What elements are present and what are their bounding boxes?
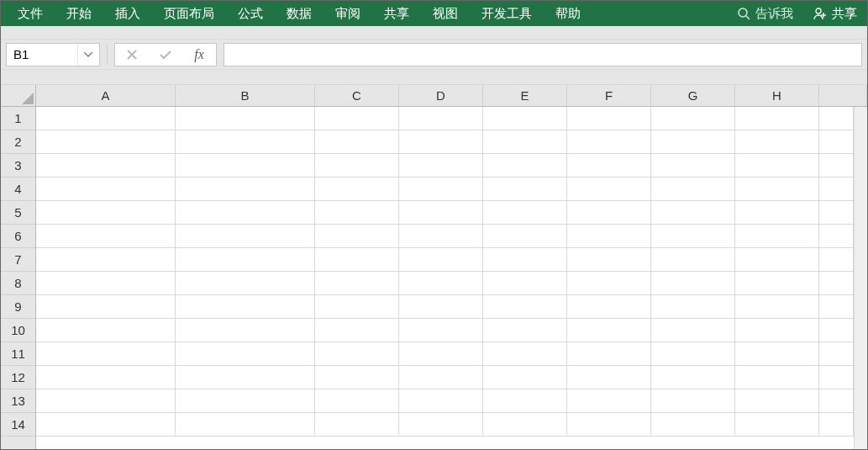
cell[interactable] [651,413,735,437]
cell[interactable] [176,342,315,366]
cell[interactable] [651,130,735,154]
cell[interactable] [651,319,735,342]
cell[interactable] [819,389,854,413]
name-box-dropdown[interactable] [77,44,97,66]
row-header[interactable]: 5 [1,201,35,225]
cell[interactable] [176,295,315,319]
cell[interactable] [315,154,399,177]
row-header[interactable]: 10 [1,319,35,342]
cell[interactable] [735,248,819,272]
row-header[interactable]: 2 [1,130,35,154]
share-button[interactable]: 共享 [803,1,867,26]
row-header[interactable]: 9 [1,295,35,319]
cell[interactable] [399,413,483,437]
cell[interactable] [315,389,399,413]
cell[interactable] [651,295,735,319]
cell[interactable] [735,389,819,413]
cell[interactable] [399,225,483,248]
cell[interactable] [735,272,819,295]
cell[interactable] [315,201,399,225]
cell[interactable] [176,366,315,389]
cell[interactable] [36,107,176,130]
tab-data[interactable]: 数据 [275,1,324,26]
cells-area[interactable] [36,107,854,449]
vertical-scrollbar[interactable] [854,107,867,449]
cell[interactable] [819,342,854,366]
row-header[interactable]: 7 [1,248,35,272]
cell[interactable] [651,225,735,248]
cell[interactable] [399,319,483,342]
cell[interactable] [36,201,176,225]
tab-review[interactable]: 审阅 [324,1,372,26]
cell[interactable] [315,272,399,295]
cell[interactable] [315,107,399,130]
cell[interactable] [819,366,854,389]
cell[interactable] [567,248,651,272]
cell[interactable] [819,319,854,342]
cell[interactable] [36,342,176,366]
cell[interactable] [651,366,735,389]
name-box[interactable] [6,43,100,66]
cell[interactable] [399,272,483,295]
cell[interactable] [315,177,399,201]
cell[interactable] [399,389,483,413]
cell[interactable] [735,319,819,342]
cell[interactable] [651,177,735,201]
cell[interactable] [483,389,567,413]
row-header[interactable]: 12 [1,366,35,389]
cell[interactable] [651,272,735,295]
select-all-corner[interactable] [1,85,36,106]
column-header[interactable]: F [567,85,651,106]
cell[interactable] [36,154,176,177]
cell[interactable] [567,366,651,389]
cell[interactable] [651,248,735,272]
cell[interactable] [651,389,735,413]
cell[interactable] [483,130,567,154]
cell[interactable] [36,319,176,342]
cell[interactable] [36,295,176,319]
cell[interactable] [176,201,315,225]
row-header[interactable]: 13 [1,389,35,413]
cell[interactable] [36,130,176,154]
cell[interactable] [483,248,567,272]
cell[interactable] [483,295,567,319]
cell[interactable] [176,225,315,248]
cell[interactable] [819,154,854,177]
cell[interactable] [176,177,315,201]
cell[interactable] [399,130,483,154]
cell[interactable] [399,366,483,389]
tab-view[interactable]: 视图 [421,1,470,26]
cell[interactable] [735,225,819,248]
cell[interactable] [176,319,315,342]
cell[interactable] [735,366,819,389]
cell[interactable] [567,154,651,177]
cell[interactable] [483,201,567,225]
cell[interactable] [567,389,651,413]
cell[interactable] [399,295,483,319]
tab-home[interactable]: 开始 [55,1,103,26]
cell[interactable] [819,177,854,201]
cell[interactable] [735,177,819,201]
column-header[interactable]: D [399,85,483,106]
cell[interactable] [483,107,567,130]
cell[interactable] [399,154,483,177]
cell[interactable] [651,201,735,225]
cell[interactable] [483,413,567,437]
cell[interactable] [399,107,483,130]
cell[interactable] [567,413,651,437]
cell[interactable] [36,272,176,295]
cell[interactable] [819,107,854,130]
cell[interactable] [176,389,315,413]
cell[interactable] [819,248,854,272]
cell[interactable] [567,225,651,248]
cell[interactable] [315,413,399,437]
row-header[interactable]: 4 [1,177,35,201]
cell[interactable] [315,225,399,248]
row-header[interactable]: 1 [1,107,35,130]
cell[interactable] [483,319,567,342]
column-header[interactable]: H [735,85,819,106]
cell[interactable] [819,130,854,154]
cell[interactable] [399,342,483,366]
cell[interactable] [567,130,651,154]
name-box-input[interactable] [7,44,77,66]
